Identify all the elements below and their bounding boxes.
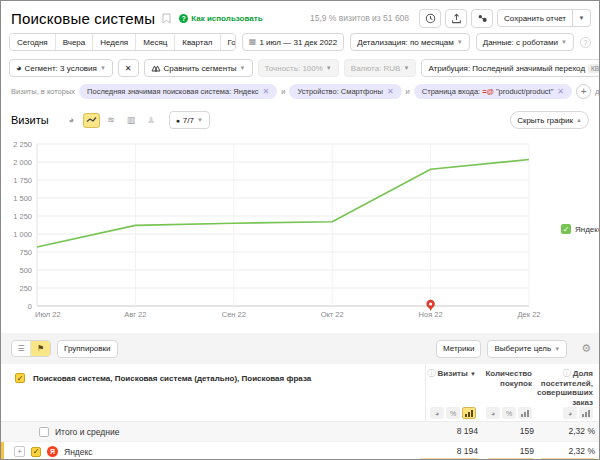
gear-icon[interactable]: ⚙ <box>581 342 591 355</box>
nodes-icon <box>477 13 488 24</box>
save-report-button[interactable]: Сохранить отчет <box>497 9 573 27</box>
attribution-badge: КВ <box>588 64 600 73</box>
pie-mode-button[interactable]: ◕ <box>486 407 500 419</box>
pie-mode-button[interactable]: ◕ <box>563 407 577 419</box>
grouping-checkbox[interactable]: ✓ <box>15 373 25 383</box>
currency-button[interactable]: Валюта: RUB ▼ <box>344 59 417 77</box>
calendar-icon: ▦ <box>249 38 257 46</box>
list-view-button[interactable]: ☰ <box>12 341 31 356</box>
bar-chart-type-button[interactable]: ▥ <box>123 113 140 128</box>
percent-mode-button[interactable]: % <box>502 407 516 419</box>
compare-segments-button[interactable]: Сравнить сегменты ▼ <box>144 59 253 77</box>
line-chart-icon <box>86 116 97 124</box>
svg-text:750: 750 <box>19 248 32 257</box>
choose-goal-button[interactable]: Выберите цель ▼ <box>487 340 567 358</box>
table-row-yandex[interactable]: + ✓ Я Яндекс 8 194 159 2,32 % <box>1 441 600 460</box>
share-display-modes: ◕ <box>563 407 593 419</box>
save-report-caret[interactable]: ▼ <box>573 9 591 27</box>
how-to-use-link[interactable]: ? Как использовать <box>179 14 262 23</box>
info-icon: ⓘ <box>427 369 435 378</box>
filter-chip-search-system[interactable]: Последняя значимая поисковая система: Ян… <box>79 84 277 99</box>
grouping-row: ✓ Поисковая система, Поисковая система (… <box>1 367 425 389</box>
help-icon: ? <box>179 14 188 23</box>
svg-text:Июл 22: Июл 22 <box>35 310 61 319</box>
grouping-title: Поисковая система, Поисковая система (де… <box>33 374 311 383</box>
tree-view-button[interactable]: ⚑ <box>31 341 50 356</box>
svg-text:Авг 22: Авг 22 <box>124 310 146 319</box>
preset-quarter[interactable]: Квартал <box>175 34 220 50</box>
svg-text:Ноя 22: Ноя 22 <box>419 310 443 319</box>
preset-year[interactable]: Год <box>221 34 236 50</box>
bars-mode-button[interactable] <box>518 407 532 419</box>
column-header-share[interactable]: ⓘ Доля посетителей, совершивших заказ <box>535 369 593 407</box>
table-toolbar: ☰ ⚑ Группировки Метрики Выберите цель ▼ … <box>1 333 600 364</box>
column-header-purchases[interactable]: Количество покупок <box>482 369 532 388</box>
page-title: Поисковые системы <box>11 10 155 27</box>
legend-checkbox[interactable]: ✓ <box>561 224 571 234</box>
svg-text:1 000: 1 000 <box>13 230 32 239</box>
bars-icon <box>582 410 590 417</box>
bookmark-icon[interactable] <box>162 13 171 24</box>
close-icon[interactable]: ✕ <box>263 87 270 96</box>
row-checkbox[interactable] <box>39 427 49 437</box>
preset-today[interactable]: Сегодня <box>10 34 56 50</box>
percent-mode-button[interactable]: % <box>446 407 460 419</box>
and-label: и <box>406 87 410 96</box>
preset-week[interactable]: Неделя <box>93 34 136 50</box>
line-chart-type-button[interactable] <box>83 113 100 128</box>
save-report-split: Сохранить отчет ▼ <box>497 9 591 27</box>
accuracy-button[interactable]: Точность: 100% ▼ <box>258 59 339 77</box>
filter-bar: Визиты, в которых Последняя значимая пои… <box>11 84 595 99</box>
question-icon[interactable]: ? <box>580 37 591 48</box>
close-icon[interactable]: ✕ <box>557 87 564 96</box>
filter-chip-entry-page[interactable]: Страница входа: =@ "product/product" ✕ <box>414 84 572 99</box>
date-range-button[interactable]: ▦ 1 июл — 31 дек 2022 <box>242 33 344 51</box>
hide-graph-button[interactable]: Скрыть график ▲ <box>510 111 589 129</box>
data-mode-button[interactable]: Данные: с роботами ▼ <box>476 33 574 51</box>
svg-text:Сен 22: Сен 22 <box>222 310 246 319</box>
bars-icon <box>465 410 473 417</box>
close-icon[interactable]: ✕ <box>387 87 394 96</box>
clear-segment-button[interactable]: ✕ <box>118 59 139 77</box>
groupings-button[interactable]: Группировки <box>57 340 118 358</box>
metrics-button[interactable]: Метрики <box>436 340 482 358</box>
integrations-button[interactable] <box>471 9 493 28</box>
export-icon <box>451 13 462 24</box>
segment-button[interactable]: ◕ Сегмент: 3 условия ▼ <box>9 59 113 77</box>
svg-text:250: 250 <box>19 284 32 293</box>
table-row-totals[interactable]: Итого и средние 8 194 159 2,32 % <box>1 421 600 441</box>
pie-chart-type-button[interactable]: ◕ <box>63 113 80 128</box>
map-chart-type-button[interactable]: ♟ <box>143 113 160 128</box>
attribution-button[interactable]: Атрибуция: Последний значимый переход КВ… <box>421 59 600 77</box>
export-button[interactable] <box>445 9 467 28</box>
yandex-visits-value: 8 194 <box>457 446 478 456</box>
bars-mode-button[interactable] <box>462 407 476 419</box>
add-visit-condition-button[interactable]: + <box>576 84 591 99</box>
detalization-button[interactable]: Детализация: по месяцам ▼ <box>350 33 469 51</box>
history-button[interactable] <box>419 9 441 28</box>
info-icon: ⓘ <box>563 369 571 378</box>
legend-item-yandex[interactable]: ✓ Яндекс <box>561 224 600 234</box>
series-counter-button[interactable]: ● 7/7 ▼ <box>169 111 210 129</box>
chevron-down-icon: ▼ <box>579 15 585 21</box>
svg-text:1 500: 1 500 <box>13 194 32 203</box>
clock-icon <box>425 13 436 24</box>
bars-mode-button[interactable] <box>579 407 593 419</box>
filter-chip-device[interactable]: Устройство: Смартфоны ✕ <box>289 84 401 99</box>
preset-month[interactable]: Месяц <box>136 34 175 50</box>
pie-mode-button[interactable]: ◕ <box>430 407 444 419</box>
chart-canvas[interactable]: 02505007501 0001 2501 5001 7502 0002 250… <box>1 136 600 328</box>
area-chart-type-button[interactable]: ≋ <box>103 113 120 128</box>
svg-text:Дек 22: Дек 22 <box>518 310 541 319</box>
column-header-visits[interactable]: ⓘ Визиты ▼ <box>412 369 476 379</box>
period-bar: Сегодня Вчера Неделя Месяц Квартал Год ▦… <box>9 33 591 51</box>
svg-text:Окт 22: Окт 22 <box>321 310 344 319</box>
yandex-share-value: 2,32 % <box>569 446 595 456</box>
expand-row-button[interactable]: + <box>14 446 25 457</box>
sort-desc-icon: ▼ <box>470 371 476 377</box>
visits-display-modes: ◕ % <box>430 407 476 419</box>
chevron-down-icon: ▼ <box>403 65 409 71</box>
preset-yesterday[interactable]: Вчера <box>56 34 94 50</box>
row-checkbox[interactable]: ✓ <box>31 447 41 457</box>
svg-text:2 250: 2 250 <box>13 140 32 149</box>
